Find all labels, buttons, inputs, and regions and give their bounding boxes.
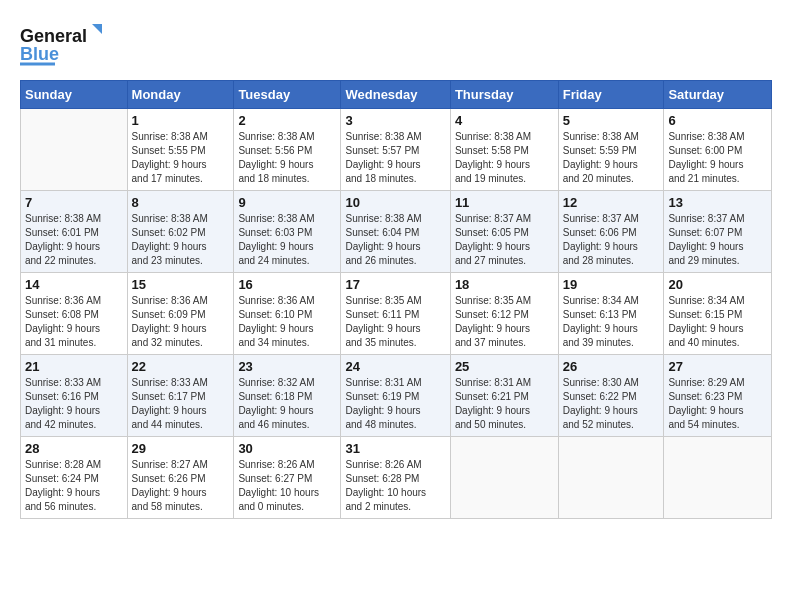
- day-number: 7: [25, 195, 123, 210]
- day-info: Sunrise: 8:27 AMSunset: 6:26 PMDaylight:…: [132, 458, 230, 514]
- calendar-cell: 4Sunrise: 8:38 AMSunset: 5:58 PMDaylight…: [450, 109, 558, 191]
- day-number: 20: [668, 277, 767, 292]
- day-info: Sunrise: 8:38 AMSunset: 5:55 PMDaylight:…: [132, 130, 230, 186]
- calendar-cell: 10Sunrise: 8:38 AMSunset: 6:04 PMDayligh…: [341, 191, 450, 273]
- calendar-cell: 31Sunrise: 8:26 AMSunset: 6:28 PMDayligh…: [341, 437, 450, 519]
- calendar-cell: 26Sunrise: 8:30 AMSunset: 6:22 PMDayligh…: [558, 355, 664, 437]
- week-row-2: 7Sunrise: 8:38 AMSunset: 6:01 PMDaylight…: [21, 191, 772, 273]
- day-number: 10: [345, 195, 445, 210]
- day-number: 1: [132, 113, 230, 128]
- day-info: Sunrise: 8:35 AMSunset: 6:12 PMDaylight:…: [455, 294, 554, 350]
- weekday-header-wednesday: Wednesday: [341, 81, 450, 109]
- calendar-cell: 16Sunrise: 8:36 AMSunset: 6:10 PMDayligh…: [234, 273, 341, 355]
- calendar-cell: 30Sunrise: 8:26 AMSunset: 6:27 PMDayligh…: [234, 437, 341, 519]
- day-number: 23: [238, 359, 336, 374]
- day-info: Sunrise: 8:31 AMSunset: 6:19 PMDaylight:…: [345, 376, 445, 432]
- day-info: Sunrise: 8:38 AMSunset: 6:01 PMDaylight:…: [25, 212, 123, 268]
- svg-marker-1: [92, 24, 102, 34]
- calendar-cell: 14Sunrise: 8:36 AMSunset: 6:08 PMDayligh…: [21, 273, 128, 355]
- day-number: 5: [563, 113, 660, 128]
- calendar-cell: 27Sunrise: 8:29 AMSunset: 6:23 PMDayligh…: [664, 355, 772, 437]
- weekday-header-row: SundayMondayTuesdayWednesdayThursdayFrid…: [21, 81, 772, 109]
- calendar-cell: 8Sunrise: 8:38 AMSunset: 6:02 PMDaylight…: [127, 191, 234, 273]
- calendar-cell: 15Sunrise: 8:36 AMSunset: 6:09 PMDayligh…: [127, 273, 234, 355]
- day-number: 16: [238, 277, 336, 292]
- day-number: 3: [345, 113, 445, 128]
- calendar-cell: 24Sunrise: 8:31 AMSunset: 6:19 PMDayligh…: [341, 355, 450, 437]
- day-info: Sunrise: 8:33 AMSunset: 6:16 PMDaylight:…: [25, 376, 123, 432]
- week-row-4: 21Sunrise: 8:33 AMSunset: 6:16 PMDayligh…: [21, 355, 772, 437]
- weekday-header-monday: Monday: [127, 81, 234, 109]
- day-number: 30: [238, 441, 336, 456]
- weekday-header-saturday: Saturday: [664, 81, 772, 109]
- calendar-cell: 13Sunrise: 8:37 AMSunset: 6:07 PMDayligh…: [664, 191, 772, 273]
- calendar-cell: 5Sunrise: 8:38 AMSunset: 5:59 PMDaylight…: [558, 109, 664, 191]
- calendar-cell: 2Sunrise: 8:38 AMSunset: 5:56 PMDaylight…: [234, 109, 341, 191]
- day-info: Sunrise: 8:30 AMSunset: 6:22 PMDaylight:…: [563, 376, 660, 432]
- day-number: 15: [132, 277, 230, 292]
- calendar-table: SundayMondayTuesdayWednesdayThursdayFrid…: [20, 80, 772, 519]
- calendar-cell: 9Sunrise: 8:38 AMSunset: 6:03 PMDaylight…: [234, 191, 341, 273]
- day-info: Sunrise: 8:26 AMSunset: 6:28 PMDaylight:…: [345, 458, 445, 514]
- day-info: Sunrise: 8:32 AMSunset: 6:18 PMDaylight:…: [238, 376, 336, 432]
- day-number: 21: [25, 359, 123, 374]
- calendar-cell: 20Sunrise: 8:34 AMSunset: 6:15 PMDayligh…: [664, 273, 772, 355]
- day-info: Sunrise: 8:38 AMSunset: 6:02 PMDaylight:…: [132, 212, 230, 268]
- day-info: Sunrise: 8:38 AMSunset: 6:04 PMDaylight:…: [345, 212, 445, 268]
- day-info: Sunrise: 8:34 AMSunset: 6:13 PMDaylight:…: [563, 294, 660, 350]
- calendar-cell: 21Sunrise: 8:33 AMSunset: 6:16 PMDayligh…: [21, 355, 128, 437]
- week-row-5: 28Sunrise: 8:28 AMSunset: 6:24 PMDayligh…: [21, 437, 772, 519]
- week-row-1: 1Sunrise: 8:38 AMSunset: 5:55 PMDaylight…: [21, 109, 772, 191]
- weekday-header-friday: Friday: [558, 81, 664, 109]
- day-info: Sunrise: 8:33 AMSunset: 6:17 PMDaylight:…: [132, 376, 230, 432]
- day-info: Sunrise: 8:26 AMSunset: 6:27 PMDaylight:…: [238, 458, 336, 514]
- day-info: Sunrise: 8:35 AMSunset: 6:11 PMDaylight:…: [345, 294, 445, 350]
- day-info: Sunrise: 8:36 AMSunset: 6:10 PMDaylight:…: [238, 294, 336, 350]
- day-number: 18: [455, 277, 554, 292]
- day-number: 26: [563, 359, 660, 374]
- day-info: Sunrise: 8:38 AMSunset: 5:58 PMDaylight:…: [455, 130, 554, 186]
- day-number: 31: [345, 441, 445, 456]
- day-number: 13: [668, 195, 767, 210]
- day-number: 27: [668, 359, 767, 374]
- day-info: Sunrise: 8:38 AMSunset: 6:00 PMDaylight:…: [668, 130, 767, 186]
- day-number: 14: [25, 277, 123, 292]
- day-number: 29: [132, 441, 230, 456]
- calendar-cell: 18Sunrise: 8:35 AMSunset: 6:12 PMDayligh…: [450, 273, 558, 355]
- day-info: Sunrise: 8:37 AMSunset: 6:07 PMDaylight:…: [668, 212, 767, 268]
- day-info: Sunrise: 8:31 AMSunset: 6:21 PMDaylight:…: [455, 376, 554, 432]
- calendar-cell: 28Sunrise: 8:28 AMSunset: 6:24 PMDayligh…: [21, 437, 128, 519]
- day-number: 11: [455, 195, 554, 210]
- day-info: Sunrise: 8:38 AMSunset: 5:59 PMDaylight:…: [563, 130, 660, 186]
- weekday-header-sunday: Sunday: [21, 81, 128, 109]
- calendar-cell: [664, 437, 772, 519]
- calendar-cell: 11Sunrise: 8:37 AMSunset: 6:05 PMDayligh…: [450, 191, 558, 273]
- day-number: 4: [455, 113, 554, 128]
- day-number: 6: [668, 113, 767, 128]
- weekday-header-thursday: Thursday: [450, 81, 558, 109]
- day-info: Sunrise: 8:28 AMSunset: 6:24 PMDaylight:…: [25, 458, 123, 514]
- day-info: Sunrise: 8:29 AMSunset: 6:23 PMDaylight:…: [668, 376, 767, 432]
- day-number: 17: [345, 277, 445, 292]
- day-info: Sunrise: 8:37 AMSunset: 6:06 PMDaylight:…: [563, 212, 660, 268]
- day-number: 2: [238, 113, 336, 128]
- day-number: 12: [563, 195, 660, 210]
- calendar-cell: 22Sunrise: 8:33 AMSunset: 6:17 PMDayligh…: [127, 355, 234, 437]
- weekday-header-tuesday: Tuesday: [234, 81, 341, 109]
- day-number: 19: [563, 277, 660, 292]
- day-number: 24: [345, 359, 445, 374]
- calendar-cell: 23Sunrise: 8:32 AMSunset: 6:18 PMDayligh…: [234, 355, 341, 437]
- calendar-cell: [558, 437, 664, 519]
- svg-text:General: General: [20, 26, 87, 46]
- day-number: 28: [25, 441, 123, 456]
- calendar-cell: 6Sunrise: 8:38 AMSunset: 6:00 PMDaylight…: [664, 109, 772, 191]
- svg-text:Blue: Blue: [20, 44, 59, 64]
- day-info: Sunrise: 8:38 AMSunset: 6:03 PMDaylight:…: [238, 212, 336, 268]
- calendar-cell: 7Sunrise: 8:38 AMSunset: 6:01 PMDaylight…: [21, 191, 128, 273]
- logo: GeneralBlue: [20, 20, 110, 70]
- day-number: 8: [132, 195, 230, 210]
- week-row-3: 14Sunrise: 8:36 AMSunset: 6:08 PMDayligh…: [21, 273, 772, 355]
- calendar-cell: 25Sunrise: 8:31 AMSunset: 6:21 PMDayligh…: [450, 355, 558, 437]
- day-info: Sunrise: 8:38 AMSunset: 5:57 PMDaylight:…: [345, 130, 445, 186]
- calendar-cell: 29Sunrise: 8:27 AMSunset: 6:26 PMDayligh…: [127, 437, 234, 519]
